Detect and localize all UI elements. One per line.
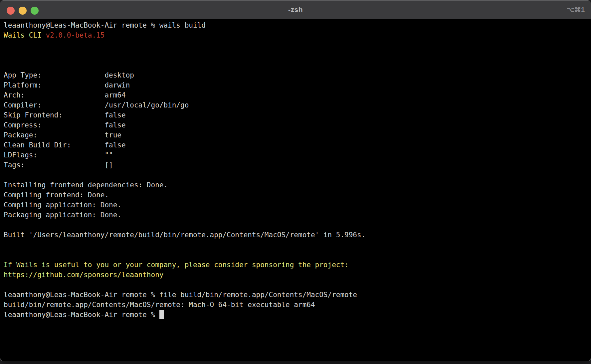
terminal-text: Compiling application: Done. xyxy=(4,201,121,209)
terminal-line: Arch: arm64 xyxy=(4,90,591,100)
terminal-line: Compiling application: Done. xyxy=(4,200,591,210)
terminal-line: leaanthony@Leas-MacBook-Air remote % xyxy=(4,310,591,320)
terminal-screen[interactable]: leaanthony@Leas-MacBook-Air remote % wai… xyxy=(0,19,591,320)
terminal-text: Compiler: /usr/local/go/bin/go xyxy=(4,101,189,109)
terminal-text: Wails CLI xyxy=(4,31,46,39)
terminal-text: LDFlags: "" xyxy=(4,151,113,159)
terminal-line: App Type: desktop xyxy=(4,70,591,80)
terminal-line: Built '/Users/leaanthony/remote/build/bi… xyxy=(4,230,591,240)
title-bar[interactable]: -zsh ⌥⌘1 xyxy=(0,0,591,19)
terminal-text: Skip Frontend: false xyxy=(4,111,126,119)
terminal-line xyxy=(4,50,591,60)
terminal-text: build/bin/remote.app/Contents/MacOS/remo… xyxy=(4,301,315,309)
terminal-line xyxy=(4,40,591,50)
terminal-text: https://github.com/sponsors/leaanthony xyxy=(4,271,163,279)
minimize-button[interactable] xyxy=(19,7,27,15)
terminal-line xyxy=(4,280,591,290)
terminal-text: leaanthony@Leas-MacBook-Air remote % xyxy=(4,311,159,319)
terminal-text: Package: true xyxy=(4,131,121,139)
terminal-line: Platform: darwin xyxy=(4,80,591,90)
terminal-line: Compress: false xyxy=(4,120,591,130)
terminal-line xyxy=(4,220,591,230)
traffic-lights xyxy=(7,7,39,15)
terminal-line: Skip Frontend: false xyxy=(4,110,591,120)
terminal-text: Arch: arm64 xyxy=(4,91,126,99)
terminal-text: App Type: desktop xyxy=(4,71,134,79)
terminal-line: LDFlags: "" xyxy=(4,150,591,160)
terminal-text: If Wails is useful to you or your compan… xyxy=(4,261,349,269)
terminal-line: Package: true xyxy=(4,130,591,140)
terminal-line: If Wails is useful to you or your compan… xyxy=(4,260,591,270)
terminal-line: Compiling frontend: Done. xyxy=(4,190,591,200)
terminal-line xyxy=(4,240,591,250)
terminal-text: Compress: false xyxy=(4,121,126,129)
terminal-line: Wails CLI v2.0.0-beta.15 xyxy=(4,30,591,40)
terminal-window: -zsh ⌥⌘1 leaanthony@Leas-MacBook-Air rem… xyxy=(0,0,591,361)
terminal-line xyxy=(4,170,591,180)
close-button[interactable] xyxy=(7,7,15,15)
terminal-text: Built '/Users/leaanthony/remote/build/bi… xyxy=(4,231,365,239)
terminal-cursor xyxy=(159,310,164,319)
terminal-text: leaanthony@Leas-MacBook-Air remote % fil… xyxy=(4,291,357,299)
terminal-line: leaanthony@Leas-MacBook-Air remote % wai… xyxy=(4,20,591,30)
terminal-text: v2.0.0-beta.15 xyxy=(46,31,104,39)
zoom-button[interactable] xyxy=(31,7,39,15)
terminal-line: https://github.com/sponsors/leaanthony xyxy=(4,270,591,280)
terminal-line xyxy=(4,60,591,70)
terminal-line xyxy=(4,250,591,260)
terminal-line: leaanthony@Leas-MacBook-Air remote % fil… xyxy=(4,290,591,300)
terminal-line: Installing frontend dependencies: Done. xyxy=(4,180,591,190)
terminal-text: Packaging application: Done. xyxy=(4,211,121,219)
terminal-line: build/bin/remote.app/Contents/MacOS/remo… xyxy=(4,300,591,310)
terminal-text: Clean Build Dir: false xyxy=(4,141,126,149)
terminal-text: Platform: darwin xyxy=(4,81,130,89)
terminal-line: Compiler: /usr/local/go/bin/go xyxy=(4,100,591,110)
terminal-line: Tags: [] xyxy=(4,160,591,170)
terminal-text: leaanthony@Leas-MacBook-Air remote % wai… xyxy=(4,21,206,29)
terminal-text: Installing frontend dependencies: Done. xyxy=(4,181,168,189)
terminal-text: Compiling frontend: Done. xyxy=(4,191,109,199)
terminal-line: Packaging application: Done. xyxy=(4,210,591,220)
window-shortcut-badge: ⌥⌘1 xyxy=(567,0,585,19)
terminal-text: Tags: [] xyxy=(4,161,113,169)
window-title: -zsh xyxy=(0,0,591,19)
terminal-line: Clean Build Dir: false xyxy=(4,140,591,150)
